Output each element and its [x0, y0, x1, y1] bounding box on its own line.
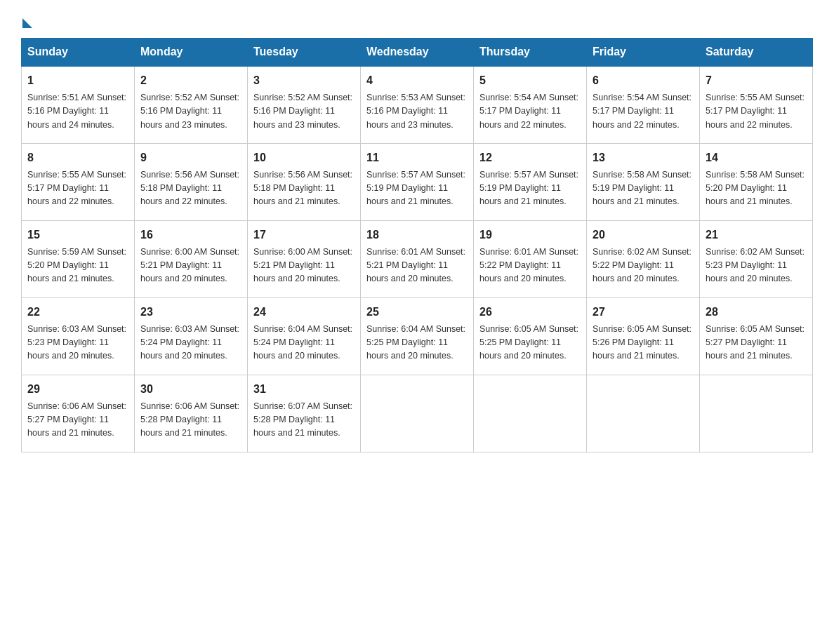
day-number: 21: [706, 227, 807, 243]
calendar-cell: [700, 375, 813, 452]
calendar-cell: 6Sunrise: 5:54 AM Sunset: 5:17 PM Daylig…: [587, 66, 700, 143]
calendar-cell: 31Sunrise: 6:07 AM Sunset: 5:28 PM Dayli…: [248, 375, 361, 452]
calendar-cell: 28Sunrise: 6:05 AM Sunset: 5:27 PM Dayli…: [700, 297, 813, 375]
day-info: Sunrise: 6:01 AM Sunset: 5:22 PM Dayligh…: [479, 246, 581, 286]
day-info: Sunrise: 5:55 AM Sunset: 5:17 PM Dayligh…: [706, 91, 807, 132]
day-info: Sunrise: 6:07 AM Sunset: 5:28 PM Dayligh…: [253, 400, 355, 441]
day-number: 26: [479, 304, 581, 321]
day-number: 20: [593, 227, 694, 243]
day-number: 11: [366, 149, 468, 166]
day-number: 28: [706, 304, 807, 321]
day-info: Sunrise: 6:00 AM Sunset: 5:21 PM Dayligh…: [140, 246, 241, 286]
calendar-cell: 15Sunrise: 5:59 AM Sunset: 5:20 PM Dayli…: [22, 220, 135, 297]
day-info: Sunrise: 5:56 AM Sunset: 5:18 PM Dayligh…: [253, 168, 355, 209]
calendar-cell: 13Sunrise: 5:58 AM Sunset: 5:19 PM Dayli…: [587, 143, 700, 220]
day-info: Sunrise: 5:53 AM Sunset: 5:16 PM Dayligh…: [366, 91, 468, 132]
day-info: Sunrise: 5:54 AM Sunset: 5:17 PM Dayligh…: [479, 91, 581, 132]
calendar-cell: 21Sunrise: 6:02 AM Sunset: 5:23 PM Dayli…: [700, 220, 813, 297]
day-number: 4: [366, 72, 468, 89]
calendar-cell: 18Sunrise: 6:01 AM Sunset: 5:21 PM Dayli…: [361, 220, 474, 297]
day-info: Sunrise: 6:04 AM Sunset: 5:24 PM Dayligh…: [253, 323, 355, 363]
calendar-cell: 23Sunrise: 6:03 AM Sunset: 5:24 PM Dayli…: [135, 297, 248, 375]
calendar-cell: 29Sunrise: 6:06 AM Sunset: 5:27 PM Dayli…: [22, 375, 135, 452]
col-header-monday: Monday: [135, 39, 248, 67]
calendar-cell: 26Sunrise: 6:05 AM Sunset: 5:25 PM Dayli…: [474, 297, 587, 375]
calendar-cell: 11Sunrise: 5:57 AM Sunset: 5:19 PM Dayli…: [361, 143, 474, 220]
calendar-cell: 30Sunrise: 6:06 AM Sunset: 5:28 PM Dayli…: [135, 375, 248, 452]
day-number: 24: [253, 304, 355, 321]
day-number: 6: [593, 72, 694, 89]
day-number: 29: [27, 381, 128, 398]
calendar-cell: [474, 375, 587, 452]
day-number: 19: [479, 227, 581, 243]
calendar-cell: 10Sunrise: 5:56 AM Sunset: 5:18 PM Dayli…: [248, 143, 361, 220]
calendar-cell: 9Sunrise: 5:56 AM Sunset: 5:18 PM Daylig…: [135, 143, 248, 220]
calendar-cell: 27Sunrise: 6:05 AM Sunset: 5:26 PM Dayli…: [587, 297, 700, 375]
calendar-cell: 7Sunrise: 5:55 AM Sunset: 5:17 PM Daylig…: [700, 66, 813, 143]
day-number: 17: [253, 227, 355, 243]
calendar-cell: 5Sunrise: 5:54 AM Sunset: 5:17 PM Daylig…: [474, 66, 587, 143]
page-header: [21, 14, 813, 25]
logo-arrow-icon: [22, 18, 32, 28]
day-number: 25: [366, 304, 468, 321]
calendar-week-2: 8Sunrise: 5:55 AM Sunset: 5:17 PM Daylig…: [22, 143, 813, 220]
day-number: 1: [27, 72, 128, 89]
day-number: 10: [253, 149, 355, 166]
day-info: Sunrise: 6:01 AM Sunset: 5:21 PM Dayligh…: [366, 246, 468, 286]
day-info: Sunrise: 6:06 AM Sunset: 5:27 PM Dayligh…: [27, 400, 128, 441]
day-info: Sunrise: 5:57 AM Sunset: 5:19 PM Dayligh…: [366, 168, 468, 209]
day-number: 27: [593, 304, 694, 321]
day-info: Sunrise: 5:54 AM Sunset: 5:17 PM Dayligh…: [593, 91, 694, 132]
day-info: Sunrise: 6:05 AM Sunset: 5:26 PM Dayligh…: [593, 323, 694, 363]
col-header-wednesday: Wednesday: [361, 39, 474, 67]
day-info: Sunrise: 5:52 AM Sunset: 5:16 PM Dayligh…: [140, 91, 241, 132]
day-info: Sunrise: 5:56 AM Sunset: 5:18 PM Dayligh…: [140, 168, 241, 209]
day-number: 15: [27, 227, 128, 243]
day-info: Sunrise: 5:59 AM Sunset: 5:20 PM Dayligh…: [27, 246, 128, 286]
day-number: 9: [140, 149, 241, 166]
day-number: 8: [27, 149, 128, 166]
calendar-cell: 8Sunrise: 5:55 AM Sunset: 5:17 PM Daylig…: [22, 143, 135, 220]
calendar-cell: 4Sunrise: 5:53 AM Sunset: 5:16 PM Daylig…: [361, 66, 474, 143]
day-info: Sunrise: 6:02 AM Sunset: 5:22 PM Dayligh…: [593, 246, 694, 286]
day-info: Sunrise: 6:05 AM Sunset: 5:27 PM Dayligh…: [706, 323, 807, 363]
day-number: 16: [140, 227, 241, 243]
col-header-tuesday: Tuesday: [248, 39, 361, 67]
day-info: Sunrise: 6:03 AM Sunset: 5:23 PM Dayligh…: [27, 323, 128, 363]
calendar-cell: 14Sunrise: 5:58 AM Sunset: 5:20 PM Dayli…: [700, 143, 813, 220]
calendar-cell: [587, 375, 700, 452]
calendar-week-1: 1Sunrise: 5:51 AM Sunset: 5:16 PM Daylig…: [22, 66, 813, 143]
day-info: Sunrise: 6:04 AM Sunset: 5:25 PM Dayligh…: [366, 323, 468, 363]
calendar-cell: 19Sunrise: 6:01 AM Sunset: 5:22 PM Dayli…: [474, 220, 587, 297]
day-number: 30: [140, 381, 241, 398]
day-info: Sunrise: 5:58 AM Sunset: 5:20 PM Dayligh…: [706, 168, 807, 209]
day-info: Sunrise: 6:02 AM Sunset: 5:23 PM Dayligh…: [706, 246, 807, 286]
day-info: Sunrise: 5:58 AM Sunset: 5:19 PM Dayligh…: [593, 168, 694, 209]
day-info: Sunrise: 5:57 AM Sunset: 5:19 PM Dayligh…: [479, 168, 581, 209]
day-number: 5: [479, 72, 581, 89]
day-info: Sunrise: 5:51 AM Sunset: 5:16 PM Dayligh…: [27, 91, 128, 132]
calendar-cell: 22Sunrise: 6:03 AM Sunset: 5:23 PM Dayli…: [22, 297, 135, 375]
day-number: 13: [593, 149, 694, 166]
day-number: 22: [27, 304, 128, 321]
calendar-cell: 2Sunrise: 5:52 AM Sunset: 5:16 PM Daylig…: [135, 66, 248, 143]
day-number: 7: [706, 72, 807, 89]
day-number: 12: [479, 149, 581, 166]
calendar-week-3: 15Sunrise: 5:59 AM Sunset: 5:20 PM Dayli…: [22, 220, 813, 297]
calendar-cell: 17Sunrise: 6:00 AM Sunset: 5:21 PM Dayli…: [248, 220, 361, 297]
calendar-cell: 1Sunrise: 5:51 AM Sunset: 5:16 PM Daylig…: [22, 66, 135, 143]
day-number: 31: [253, 381, 355, 398]
calendar-table: SundayMondayTuesdayWednesdayThursdayFrid…: [21, 38, 813, 452]
day-number: 2: [140, 72, 241, 89]
calendar-week-5: 29Sunrise: 6:06 AM Sunset: 5:27 PM Dayli…: [22, 375, 813, 452]
day-info: Sunrise: 6:05 AM Sunset: 5:25 PM Dayligh…: [479, 323, 581, 363]
day-info: Sunrise: 6:03 AM Sunset: 5:24 PM Dayligh…: [140, 323, 241, 363]
calendar-cell: 16Sunrise: 6:00 AM Sunset: 5:21 PM Dayli…: [135, 220, 248, 297]
calendar-cell: 3Sunrise: 5:52 AM Sunset: 5:16 PM Daylig…: [248, 66, 361, 143]
day-info: Sunrise: 6:00 AM Sunset: 5:21 PM Dayligh…: [253, 246, 355, 286]
col-header-sunday: Sunday: [22, 39, 135, 67]
day-info: Sunrise: 5:55 AM Sunset: 5:17 PM Dayligh…: [27, 168, 128, 209]
day-info: Sunrise: 6:06 AM Sunset: 5:28 PM Dayligh…: [140, 400, 241, 441]
col-header-thursday: Thursday: [474, 39, 587, 67]
logo: [21, 14, 32, 25]
